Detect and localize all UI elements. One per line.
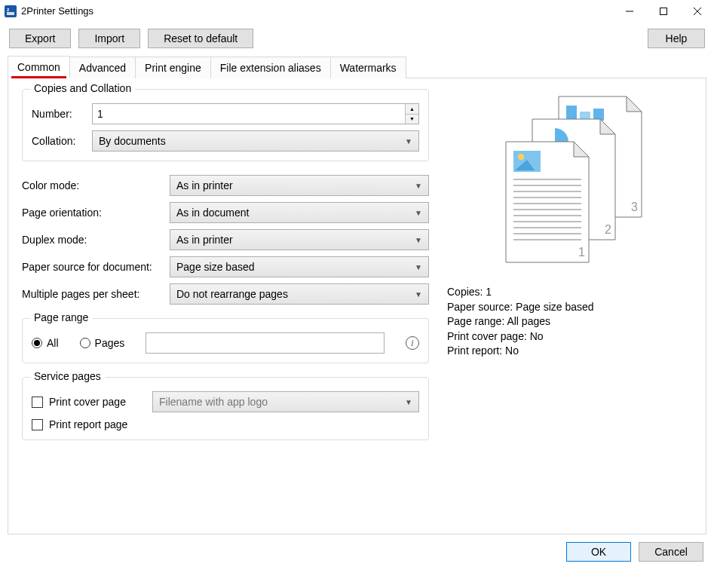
orientation-select[interactable]: As in document ▼: [170, 202, 429, 223]
chevron-down-icon: ▼: [415, 209, 422, 217]
checkbox-cover-page[interactable]: Print cover page: [32, 396, 145, 408]
cancel-button[interactable]: Cancel: [639, 542, 703, 562]
tab-label: Print engine: [145, 62, 201, 74]
summary: Copies: 1 Paper source: Page size based …: [447, 285, 594, 359]
pages-input[interactable]: [146, 332, 385, 354]
group-legend: Service pages: [30, 370, 105, 382]
maximize-button[interactable]: [646, 0, 680, 23]
spin-down-icon[interactable]: ▼: [406, 115, 418, 124]
tab-panel-common: Copies and Collation Number: ▲ ▼ Collati…: [8, 78, 706, 534]
minimize-button[interactable]: [612, 0, 646, 23]
svg-text:1: 1: [578, 246, 585, 259]
group-page-range: Page range All Pages i: [22, 318, 429, 363]
tab-file-ext-aliases[interactable]: File extension aliases: [210, 57, 331, 78]
label-orientation: Page orientation:: [22, 207, 162, 219]
svg-rect-4: [660, 8, 667, 14]
checkbox-label: Print cover page: [49, 396, 126, 408]
select-value: Page size based: [176, 261, 255, 273]
radio-label: Pages: [95, 337, 125, 349]
select-value: Filename with app logo: [159, 396, 268, 408]
svg-marker-8: [627, 96, 642, 112]
summary-cover: Print cover page: No: [447, 329, 594, 345]
help-button[interactable]: Help: [648, 29, 705, 48]
chevron-down-icon: ▼: [405, 398, 412, 406]
select-value: As in printer: [176, 234, 233, 246]
collation-select[interactable]: By documents ▼: [92, 130, 419, 152]
app-icon: 2: [5, 5, 17, 17]
select-value: As in document: [176, 207, 250, 219]
tab-label: Common: [17, 61, 60, 73]
toolbar: Export Import Reset to default Help: [0, 23, 714, 56]
titlebar: 2 2Printer Settings: [0, 0, 714, 23]
cover-style-select[interactable]: Filename with app logo ▼: [152, 391, 419, 412]
svg-rect-2: [7, 12, 14, 15]
svg-point-19: [518, 154, 524, 160]
label-collation: Collation:: [32, 135, 84, 147]
radio-all-pages[interactable]: All: [32, 337, 59, 349]
summary-report: Print report: No: [447, 344, 594, 359]
group-service-pages: Service pages Print cover page Filename …: [22, 377, 429, 440]
paper-source-select[interactable]: Page size based ▼: [170, 256, 429, 277]
summary-page-range: Page range: All pages: [447, 314, 594, 329]
window-title: 2Printer Settings: [21, 5, 93, 17]
chevron-down-icon: ▼: [415, 290, 422, 299]
tab-common[interactable]: Common: [8, 56, 70, 78]
chevron-down-icon: ▼: [415, 236, 422, 244]
group-copies-collation: Copies and Collation Number: ▲ ▼ Collati…: [22, 89, 429, 161]
group-legend: Copies and Collation: [30, 82, 135, 94]
checkbox-label: Print report page: [49, 418, 127, 430]
svg-text:3: 3: [631, 201, 638, 213]
summary-paper-source: Paper source: Page size based: [447, 300, 594, 315]
tab-watermarks[interactable]: Watermarks: [330, 57, 406, 78]
select-value: By documents: [99, 135, 166, 147]
group-legend: Page range: [30, 311, 92, 323]
tab-print-engine[interactable]: Print engine: [135, 57, 211, 78]
tab-label: Watermarks: [340, 62, 397, 74]
summary-copies: Copies: 1: [447, 285, 594, 300]
close-button[interactable]: [680, 0, 714, 23]
label-number: Number:: [32, 108, 84, 120]
collation-preview-icon: 3 2: [476, 89, 664, 277]
duplex-select[interactable]: As in printer ▼: [170, 229, 429, 250]
color-mode-select[interactable]: As in printer ▼: [170, 175, 429, 196]
import-button[interactable]: Import: [78, 29, 140, 48]
radio-pages[interactable]: Pages: [80, 337, 125, 349]
label-paper-source: Paper source for document:: [22, 261, 162, 273]
dialog-footer: OK Cancel: [0, 534, 714, 569]
tab-advanced[interactable]: Advanced: [69, 57, 136, 78]
ok-button[interactable]: OK: [566, 542, 631, 562]
svg-rect-9: [566, 106, 577, 121]
number-input[interactable]: [93, 106, 405, 121]
chevron-down-icon: ▼: [415, 263, 422, 271]
tab-label: File extension aliases: [220, 62, 321, 74]
multi-per-sheet-select[interactable]: Do not rearrange pages ▼: [170, 283, 429, 305]
reset-button[interactable]: Reset to default: [148, 29, 253, 48]
chevron-down-icon: ▼: [405, 137, 412, 145]
select-value: As in printer: [176, 179, 233, 191]
svg-text:2: 2: [605, 223, 611, 236]
tab-strip: Common Advanced Print engine File extens…: [8, 56, 706, 78]
label-multi-per-sheet: Multiple pages per sheet:: [22, 288, 162, 300]
radio-label: All: [47, 337, 59, 349]
number-spinner[interactable]: ▲ ▼: [92, 103, 419, 124]
checkbox-report-page[interactable]: Print report page: [32, 418, 127, 430]
label-color-mode: Color mode:: [22, 179, 162, 191]
label-duplex: Duplex mode:: [22, 234, 162, 246]
tab-label: Advanced: [79, 62, 126, 74]
export-button[interactable]: Export: [9, 29, 71, 48]
chevron-down-icon: ▼: [415, 182, 422, 190]
spin-up-icon[interactable]: ▲: [406, 104, 418, 115]
info-icon[interactable]: i: [406, 336, 419, 350]
select-value: Do not rearrange pages: [176, 288, 288, 300]
